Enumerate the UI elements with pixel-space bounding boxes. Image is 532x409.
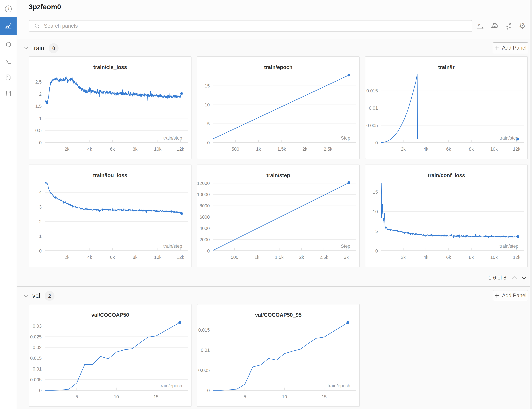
- series-end-dot: [178, 321, 181, 324]
- x-tick-label: 2k: [65, 255, 70, 260]
- series-line: [213, 183, 349, 250]
- series-end-dot: [180, 212, 183, 215]
- train-panel-grid: 00.511.522.52k4k6k8k10k12ktrain/steptrai…: [29, 56, 528, 267]
- chart: 0510155001k1.5k2k2.5kSteptrain/epoch: [197, 57, 359, 159]
- pagination-next-icon[interactable]: [520, 274, 528, 282]
- chart: 00.0050.010.0150.020.0250.0351015train/e…: [29, 305, 191, 406]
- sidebar-item-artifacts[interactable]: [0, 85, 17, 102]
- section-label[interactable]: val: [32, 292, 40, 299]
- x-axis-label: train/step: [163, 244, 182, 249]
- y-tick-label: 2000: [200, 237, 210, 242]
- y-tick-label: 0: [375, 248, 378, 253]
- panel-title: train/lr: [438, 64, 455, 70]
- y-tick-label: 1: [39, 116, 42, 121]
- y-tick-label: 0.015: [30, 356, 42, 361]
- x-tick-label: 2k: [401, 147, 406, 152]
- pagination-label: 1-6 of 8: [488, 275, 506, 281]
- x-axis-settings-button[interactable]: x: [475, 21, 485, 31]
- y-tick-label: 15: [205, 83, 210, 89]
- pagination-prev-icon[interactable]: [511, 274, 518, 282]
- series-end-dot: [516, 138, 519, 141]
- section-header-val: val 2: [17, 290, 55, 301]
- x-tick-label: 10: [282, 394, 287, 400]
- svg-text:x: x: [478, 22, 480, 27]
- y-tick-label: 0.005: [30, 377, 42, 382]
- sidebar-item-charts[interactable]: [0, 17, 17, 35]
- sidebar-item-overview[interactable]: i: [0, 1, 17, 17]
- smoothing-settings-button[interactable]: [489, 21, 499, 31]
- panel-train-lr[interactable]: 00.0050.010.0152k4k6k8k10k12ktrain/stept…: [365, 56, 528, 159]
- collapse-chevron-icon[interactable]: [23, 294, 28, 298]
- x-axis-label: train/step: [500, 135, 518, 141]
- y-tick-label: 0.5: [35, 128, 42, 133]
- y-tick-label: 0: [207, 140, 210, 145]
- x-tick-label: 12k: [177, 147, 184, 152]
- sidebar-item-files[interactable]: [0, 69, 17, 85]
- outliers-settings-button[interactable]: [503, 21, 513, 31]
- y-tick-label: 6000: [200, 214, 210, 220]
- sidebar-item-logs[interactable]: [0, 54, 17, 70]
- x-tick-label: 3k: [344, 255, 349, 260]
- y-tick-label: 0.005: [198, 368, 210, 373]
- panel-train-iou-loss[interactable]: 012342k4k6k8k10k12ktrain/steptrain/iou_l…: [29, 165, 192, 267]
- add-panel-button-train[interactable]: Add Panel: [493, 42, 528, 53]
- y-tick-label: 12000: [197, 181, 210, 186]
- x-tick-label: 10k: [490, 255, 498, 260]
- panel-val-cocoap50-95[interactable]: 00.0050.010.01551015train/epochval/COCOA…: [197, 304, 360, 407]
- y-tick-label: 1: [39, 234, 42, 239]
- x-tick-label: 6k: [446, 255, 451, 260]
- scrollbar-track[interactable]: [530, 0, 532, 409]
- x-tick-label: 4k: [87, 147, 92, 152]
- train-pagination: 1-6 of 8: [488, 273, 528, 283]
- x-axis-icon: x: [476, 22, 484, 30]
- section-count-badge: 2: [45, 291, 55, 301]
- database-icon: [5, 90, 12, 97]
- y-tick-label: 5: [207, 121, 210, 126]
- panel-train-cls-loss[interactable]: 00.511.522.52k4k6k8k10k12ktrain/steptrai…: [29, 56, 192, 159]
- y-tick-label: 0: [39, 140, 42, 145]
- search-icon: [29, 23, 44, 29]
- sidebar-item-system[interactable]: [0, 36, 17, 53]
- panel-train-step[interactable]: 0200040006000800010000120005001k1.5k2k2.…: [197, 165, 360, 267]
- panel-settings-button[interactable]: ⚙: [517, 21, 527, 31]
- panel-train-epoch[interactable]: 0510155001k1.5k2k2.5kSteptrain/epoch: [197, 56, 360, 159]
- x-tick-label: 2.5k: [324, 147, 332, 152]
- x-tick-label: 6k: [446, 147, 451, 152]
- add-panel-button-val[interactable]: Add Panel: [493, 290, 528, 301]
- x-tick-label: 1k: [256, 147, 261, 152]
- x-tick-label: 8k: [469, 255, 474, 260]
- run-title: 3pzfeom0: [29, 3, 61, 11]
- section-label[interactable]: train: [32, 45, 44, 52]
- series-end-dot: [346, 321, 349, 324]
- panel-val-cocoap50[interactable]: 00.0050.010.0150.020.0250.0351015train/e…: [29, 304, 192, 407]
- panel-title: train/epoch: [264, 64, 292, 70]
- plus-icon: [495, 46, 499, 50]
- page-header: [17, 0, 532, 39]
- collapse-chevron-icon[interactable]: [23, 46, 28, 50]
- search-panels-input[interactable]: [44, 23, 472, 29]
- chart: 012342k4k6k8k10k12ktrain/steptrain/iou_l…: [29, 165, 191, 267]
- add-panel-label: Add Panel: [502, 45, 526, 51]
- x-tick-label: 4k: [423, 147, 429, 152]
- panel-title: train/conf_loss: [428, 172, 465, 178]
- x-tick-label: 10k: [490, 147, 498, 152]
- y-tick-label: 0.005: [366, 123, 378, 128]
- panel-train-conf-loss[interactable]: 0510152k4k6k8k10k12ktrain/steptrain/conf…: [365, 165, 528, 267]
- y-tick-label: 2: [39, 92, 42, 97]
- x-tick-label: 1.5k: [278, 147, 286, 152]
- series-line: [381, 74, 518, 142]
- series-end-dot: [180, 92, 183, 95]
- series-line: [45, 76, 182, 104]
- y-tick-label: 0: [39, 248, 42, 253]
- y-tick-label: 8000: [200, 203, 210, 208]
- y-tick-label: 0.015: [198, 327, 210, 333]
- y-tick-label: 15: [373, 190, 378, 195]
- x-tick-label: 8k: [133, 255, 138, 260]
- panel-title: train/iou_loss: [93, 172, 127, 178]
- y-tick-label: 1.5: [35, 104, 42, 109]
- section-divider: [17, 286, 532, 287]
- series-end-dot: [347, 74, 350, 76]
- series-end-dot: [347, 181, 350, 184]
- y-tick-label: 4000: [200, 226, 210, 231]
- y-tick-label: 10000: [197, 192, 210, 197]
